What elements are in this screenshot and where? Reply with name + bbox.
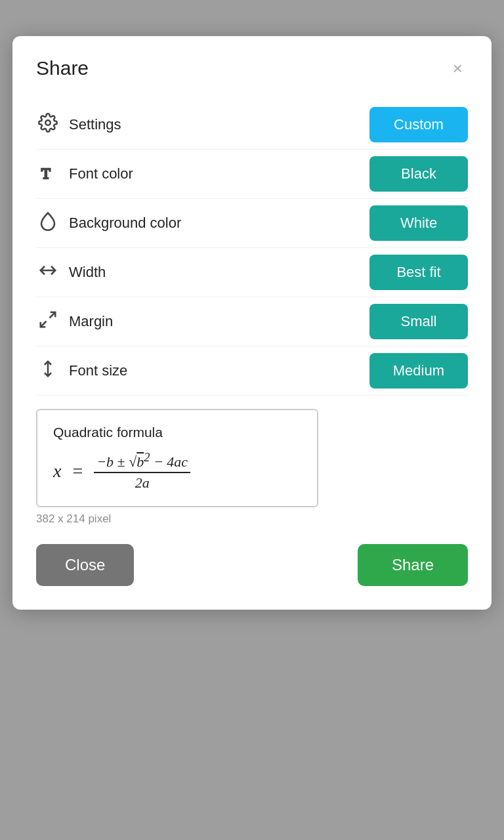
- modal-overlay: Share × Settings Custom T: [0, 0, 504, 840]
- settings-row-left: Settings: [36, 113, 121, 137]
- width-value-button[interactable]: Best fit: [369, 255, 468, 290]
- close-button[interactable]: ×: [448, 57, 468, 79]
- font-color-label: Font color: [69, 165, 133, 182]
- share-footer-button[interactable]: Share: [358, 544, 468, 586]
- font-size-row: Font size Medium: [36, 346, 468, 396]
- formula-equals: =: [68, 461, 87, 482]
- formula-preview-box: Quadratic formula x = −b ± √b2 − 4ac 2a: [36, 409, 318, 507]
- expand-icon: [36, 310, 60, 334]
- font-color-row: T Font color Black: [36, 150, 468, 199]
- bg-color-row: Background color White: [36, 199, 468, 248]
- formula-preview-title: Quadratic formula: [53, 425, 301, 440]
- margin-label: Margin: [69, 313, 113, 330]
- svg-text:T: T: [41, 165, 51, 182]
- font-size-row-left: Font size: [36, 359, 127, 383]
- arrows-h-icon: [36, 261, 60, 285]
- modal-footer: Close Share: [36, 544, 468, 586]
- svg-line-2: [50, 312, 56, 318]
- modal-header: Share ×: [36, 57, 468, 79]
- formula-denominator: 2a: [135, 473, 150, 492]
- bg-color-row-left: Background color: [36, 211, 181, 236]
- width-label: Width: [69, 264, 106, 281]
- font-color-value-button[interactable]: Black: [369, 156, 468, 192]
- gear-icon: [36, 113, 60, 137]
- formula-fraction: −b ± √b2 − 4ac 2a: [94, 451, 190, 492]
- font-size-label: Font size: [69, 362, 127, 379]
- settings-label: Settings: [69, 116, 121, 133]
- width-row-left: Width: [36, 261, 106, 285]
- bg-color-value-button[interactable]: White: [369, 205, 468, 241]
- font-color-row-left: T Font color: [36, 162, 133, 186]
- settings-value-button[interactable]: Custom: [369, 107, 468, 142]
- settings-row: Settings Custom: [36, 100, 468, 150]
- margin-row: Margin Small: [36, 297, 468, 346]
- margin-value-button[interactable]: Small: [369, 304, 468, 339]
- pixel-info: 382 x 214 pixel: [36, 513, 468, 526]
- bg-color-label: Background color: [69, 215, 181, 232]
- width-row: Width Best fit: [36, 248, 468, 297]
- share-modal: Share × Settings Custom T: [12, 36, 492, 610]
- formula-numerator: −b ± √b2 − 4ac: [94, 451, 190, 473]
- svg-point-0: [45, 120, 51, 125]
- modal-title: Share: [36, 57, 89, 79]
- droplet-icon: [36, 211, 60, 236]
- font-icon: T: [36, 162, 60, 186]
- margin-row-left: Margin: [36, 310, 113, 334]
- sort-icon: [36, 359, 60, 383]
- font-size-value-button[interactable]: Medium: [369, 353, 468, 388]
- svg-line-3: [41, 321, 47, 327]
- formula-display: x = −b ± √b2 − 4ac 2a: [53, 451, 301, 492]
- close-footer-button[interactable]: Close: [36, 544, 134, 586]
- formula-x: x: [53, 461, 61, 482]
